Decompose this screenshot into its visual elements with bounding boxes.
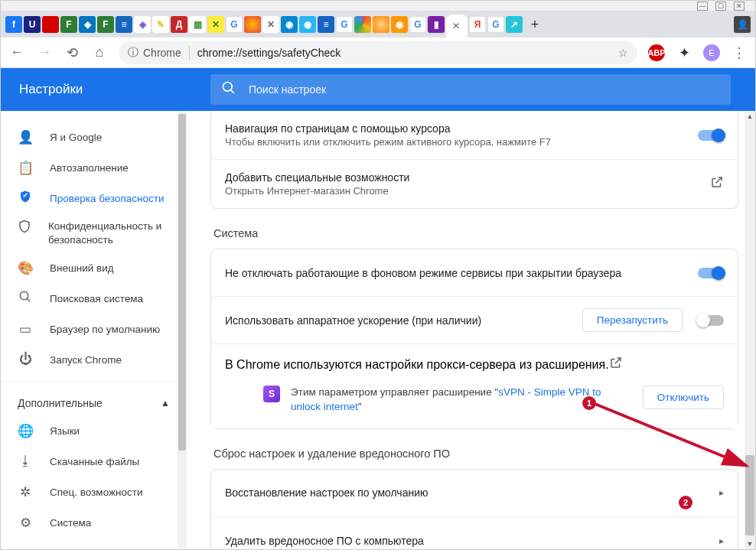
svg-line-1 (231, 90, 234, 93)
chevron-right-icon: ▸ (719, 487, 724, 498)
tab-favicon[interactable]: ✕ (262, 16, 279, 33)
annotation-arrow (590, 400, 755, 477)
svg-point-0 (223, 83, 233, 92)
sidebar-item-system[interactable]: ⚙ Система (1, 507, 176, 538)
extension-abp-icon[interactable]: ABP (648, 44, 665, 61)
sidebar-item-privacy[interactable]: Конфиденциальность и безопасность (1, 213, 176, 252)
forward-button[interactable]: → (36, 44, 53, 60)
external-link-icon[interactable] (609, 356, 623, 373)
active-tab[interactable]: ✕ (446, 15, 468, 37)
tab-favicon[interactable]: ◉ (281, 16, 298, 33)
sidebar-item-reset[interactable]: ↺ Сброс настроек и (1, 538, 176, 549)
url-text: chrome://settings/safetyCheck (197, 47, 341, 59)
chevron-up-icon: ▲ (161, 398, 170, 408)
tab-favicon[interactable]: ≡ (318, 16, 334, 33)
shield-check-icon (18, 190, 33, 207)
search-icon (221, 80, 236, 99)
settings-title: Настройки (1, 82, 198, 97)
setting-caret-browsing: Навигация по страницам с помощью курсора… (211, 111, 738, 160)
tab-favicon[interactable] (42, 16, 59, 33)
tab-favicon[interactable]: ◉ (299, 16, 316, 33)
reload-button[interactable]: ⟲ (64, 44, 80, 61)
setting-restore-defaults[interactable]: Восстановление настроек по умолчанию ▸ (211, 470, 738, 517)
sidebar-item-search-engine[interactable]: Поисковая система (1, 283, 176, 314)
tab-favicon[interactable] (244, 16, 261, 33)
tab-favicon[interactable]: ✎ (152, 16, 169, 33)
close-icon[interactable]: ✕ (452, 21, 460, 31)
sidebar-item-default-browser[interactable]: ▭ Браузер по умолчанию (1, 314, 176, 344)
sidebar-scrollbar[interactable] (178, 111, 187, 549)
tab-favicon[interactable]: G (409, 16, 426, 33)
setting-add-accessibility[interactable]: Добавить специальные возможности Открыть… (211, 160, 738, 208)
toolbar: ← → ⟲ ⌂ ⓘ Chrome chrome://settings/safet… (1, 37, 755, 68)
address-bar[interactable]: ⓘ Chrome chrome://settings/safetyCheck ☆ (119, 41, 637, 64)
tab-favicon[interactable]: G (336, 16, 353, 33)
settings-header: Настройки (1, 68, 755, 111)
extensions-puzzle-icon[interactable]: ✦ (676, 44, 692, 61)
toggle-hardware-acceleration[interactable] (698, 315, 724, 326)
proxy-managed-message: Этим параметром управляет расширение "sV… (291, 386, 632, 415)
svg-point-2 (20, 291, 28, 300)
tab-favicon[interactable]: ◆ (79, 16, 96, 33)
chrome-menu-icon[interactable]: ⋮ (731, 44, 748, 61)
tab-favicon[interactable]: ◈ (134, 16, 151, 33)
sidebar-item-autofill[interactable]: 📋 Автозаполнение (1, 152, 176, 183)
sidebar: 👤 Я и Google 📋 Автозаполнение Проверка б… (1, 111, 187, 549)
tab-favicon[interactable]: U (24, 16, 41, 33)
setting-cleanup-computer[interactable]: Удалить вредоносное ПО с компьютера ▸ (211, 517, 738, 549)
sidebar-item-startup[interactable]: ⏻ Запуск Chrome (1, 344, 176, 375)
svg-line-3 (27, 298, 30, 301)
tab-favicon[interactable]: ↗ (506, 16, 523, 33)
sidebar-item-downloads[interactable]: ⭳ Скачанные файлы (1, 446, 176, 477)
scroll-up-arrow-icon[interactable]: ▲ (745, 111, 755, 122)
profile-indicator-icon[interactable]: 👤 (734, 16, 751, 33)
restart-button[interactable]: Перезапустить (582, 308, 683, 332)
sidebar-advanced-toggle[interactable]: Дополнительные ▲ (1, 388, 187, 415)
tab-favicon[interactable]: ▮ (428, 16, 445, 33)
accessibility-icon: ✲ (18, 484, 33, 500)
tab-favicon[interactable]: ✕ (207, 16, 224, 33)
site-info-icon: ⓘ (128, 46, 138, 60)
toggle-background-apps[interactable] (698, 268, 724, 278)
tab-favicon[interactable]: Я (469, 16, 486, 33)
toggle-caret-browsing[interactable] (698, 130, 724, 141)
setting-background-apps: Не отключать работающие в фоновом режиме… (211, 249, 738, 297)
download-icon: ⭳ (18, 454, 33, 469)
tab-favicon[interactable]: F (60, 16, 77, 33)
tab-favicon[interactable]: ≡ (116, 16, 132, 33)
tab-strip: f U F ◆ F ≡ ◈ ✎ Д ▦ ✕ G ✕ ◉ ◉ ≡ G ◉ G ▮ … (1, 11, 755, 37)
search-input[interactable] (249, 83, 720, 96)
tab-favicon[interactable]: G (487, 16, 504, 33)
magnifier-icon (18, 290, 33, 308)
setting-hardware-acceleration: Использовать аппаратное ускорение (при н… (211, 297, 738, 344)
window-maximize-button[interactable]: ☐ (715, 2, 726, 11)
power-icon: ⏻ (18, 352, 33, 367)
sidebar-item-languages[interactable]: 🌐 Языки (1, 415, 176, 446)
tab-favicon[interactable] (354, 16, 371, 33)
profile-avatar-icon[interactable]: E (703, 44, 720, 61)
sidebar-item-you-and-google[interactable]: 👤 Я и Google (1, 122, 176, 152)
window-minimize-button[interactable]: — (697, 2, 708, 11)
svg-line-4 (593, 403, 747, 466)
window-close-button[interactable]: ✕ (734, 2, 745, 11)
new-tab-button[interactable]: + (524, 14, 546, 35)
tab-favicon[interactable]: Д (171, 16, 187, 33)
sidebar-item-appearance[interactable]: 🎨 Внешний вид (1, 252, 176, 283)
browser-icon: ▭ (18, 321, 33, 337)
shield-icon (18, 220, 31, 237)
bookmark-star-icon[interactable]: ☆ (618, 47, 628, 59)
tab-favicon[interactable] (373, 16, 389, 33)
tab-favicon[interactable]: ▦ (189, 16, 206, 33)
sidebar-item-safety-check[interactable]: Проверка безопасности (1, 183, 176, 213)
sidebar-item-accessibility[interactable]: ✲ Спец. возможности (1, 477, 176, 507)
tab-favicon[interactable]: G (226, 16, 243, 33)
back-button[interactable]: ← (8, 44, 25, 60)
settings-search[interactable] (210, 74, 731, 105)
home-button[interactable]: ⌂ (91, 44, 108, 60)
annotation-badge-2: 2 (679, 496, 692, 509)
main-scrollbar[interactable]: ▲ ▼ (745, 111, 755, 549)
tab-favicon[interactable]: F (97, 16, 114, 33)
tab-favicon[interactable]: f (5, 16, 22, 33)
scroll-down-arrow-icon[interactable]: ▼ (745, 539, 755, 549)
tab-favicon[interactable]: ◉ (391, 16, 408, 33)
